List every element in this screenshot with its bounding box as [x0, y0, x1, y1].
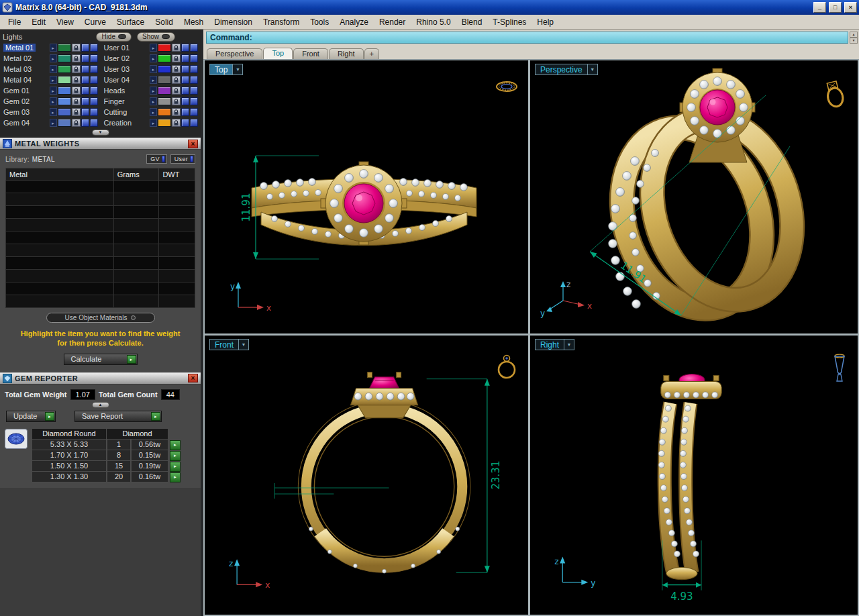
layer-lock-icon[interactable] [172, 76, 181, 84]
layer-metal-03[interactable]: Metal 03► [0, 64, 101, 74]
metal-table-row[interactable] [6, 206, 195, 219]
layer-visibility-toggle[interactable] [181, 76, 189, 84]
layer-color-swatch[interactable] [158, 54, 171, 62]
chevron-down-icon[interactable]: ▼ [564, 339, 574, 350]
layer-render-toggle[interactable] [90, 65, 98, 73]
gem-table-row[interactable]: 1.30 X 1.30200.16tw► [32, 472, 181, 482]
metal-table-row[interactable] [6, 270, 195, 283]
close-button[interactable]: × [844, 2, 857, 13]
layer-gem-03[interactable]: Gem 03► [0, 107, 101, 117]
layer-expand-arrow-icon[interactable]: ► [150, 44, 157, 52]
layer-visibility-toggle[interactable] [81, 119, 89, 127]
maximize-button[interactable]: □ [829, 2, 842, 13]
close-icon[interactable]: × [188, 140, 198, 148]
metal-table-row[interactable] [6, 232, 195, 244]
layer-label[interactable]: Metal 02 [3, 54, 32, 62]
layer-expand-arrow-icon[interactable]: ► [50, 54, 57, 62]
layer-render-toggle[interactable] [90, 54, 98, 62]
tab-top[interactable]: Top [263, 48, 293, 59]
layer-lock-icon[interactable] [172, 108, 181, 116]
layer-color-swatch[interactable] [58, 65, 71, 73]
save-report-button[interactable]: Save Report ► [74, 411, 162, 422]
layer-label[interactable]: Gem 02 [3, 97, 30, 105]
layer-visibility-toggle[interactable] [181, 65, 189, 73]
layer-label[interactable]: Heads [104, 87, 125, 95]
layer-lock-icon[interactable] [172, 119, 181, 127]
layer-lock-icon[interactable] [172, 87, 181, 95]
layer-visibility-toggle[interactable] [181, 108, 189, 116]
layer-visibility-toggle[interactable] [81, 76, 89, 84]
layer-label[interactable]: User 02 [104, 54, 130, 62]
menu-item-curve[interactable]: Curve [79, 16, 111, 28]
menu-item-dimension[interactable]: Dimension [209, 16, 258, 28]
layer-metal-04[interactable]: Metal 04► [0, 74, 101, 85]
layer-render-toggle[interactable] [190, 76, 198, 84]
chevron-down-icon[interactable]: ▼ [588, 64, 598, 75]
menu-item-mesh[interactable]: Mesh [179, 16, 209, 28]
viewport-right-canvas[interactable]: 4.93 z y [530, 336, 858, 615]
layer-lock-icon[interactable] [172, 65, 181, 73]
viewport-front[interactable]: Front ▼ [205, 336, 528, 615]
layer-lock-icon[interactable] [72, 76, 81, 84]
layer-expand-arrow-icon[interactable]: ► [50, 44, 57, 52]
layer-expand-arrow-icon[interactable]: ► [50, 65, 57, 73]
layer-expand-arrow-icon[interactable]: ► [150, 119, 157, 127]
layer-render-toggle[interactable] [190, 119, 198, 127]
metal-table-row[interactable] [6, 257, 195, 270]
layer-color-swatch[interactable] [58, 87, 71, 95]
metal-table-row[interactable] [6, 295, 195, 308]
layer-label[interactable]: Gem 03 [3, 108, 30, 116]
calculate-button[interactable]: Calculate ► [64, 354, 138, 365]
layer-lock-icon[interactable] [172, 44, 181, 52]
layer-metal-02[interactable]: Metal 02► [0, 53, 101, 64]
layer-color-swatch[interactable] [58, 76, 71, 84]
layer-color-swatch[interactable] [158, 87, 171, 95]
menu-item-analyze[interactable]: Analyze [334, 16, 374, 28]
layer-render-toggle[interactable] [190, 65, 198, 73]
layer-expand-arrow-icon[interactable]: ► [50, 119, 57, 127]
command-input[interactable]: Command: [206, 32, 848, 44]
layer-expand-arrow-icon[interactable]: ► [50, 108, 57, 116]
chevron-down-icon[interactable]: ▼ [239, 339, 249, 350]
layer-visibility-toggle[interactable] [181, 87, 189, 95]
layer-visibility-toggle[interactable] [81, 54, 89, 62]
menu-item-render[interactable]: Render [374, 16, 411, 28]
close-icon[interactable]: × [188, 374, 198, 382]
layer-color-swatch[interactable] [58, 54, 71, 62]
menu-item-edit[interactable]: Edit [26, 16, 51, 28]
layer-visibility-toggle[interactable] [81, 108, 89, 116]
layer-render-toggle[interactable] [190, 108, 198, 116]
layer-label[interactable]: Metal 04 [3, 76, 32, 84]
metal-table-row[interactable] [6, 219, 195, 232]
gem-row-go-button[interactable]: ► [170, 472, 181, 482]
menu-item-tools[interactable]: Tools [305, 16, 334, 28]
layer-expand-arrow-icon[interactable]: ► [150, 108, 157, 116]
hide-button[interactable]: Hide [96, 32, 132, 42]
metal-table-row[interactable] [6, 244, 195, 257]
menu-item-surface[interactable]: Surface [111, 16, 150, 28]
layer-render-toggle[interactable] [90, 87, 98, 95]
layer-render-toggle[interactable] [90, 44, 98, 52]
gem-table-row[interactable]: 5.33 X 5.3310.56tw► [32, 440, 181, 450]
collapse-arrow-icon[interactable]: ▼ [92, 130, 109, 136]
layer-expand-arrow-icon[interactable]: ► [150, 97, 157, 105]
layer-label[interactable]: User 01 [104, 44, 130, 52]
layer-render-toggle[interactable] [90, 76, 98, 84]
minimize-button[interactable]: _ [813, 2, 826, 13]
viewport-title-right[interactable]: Right [535, 339, 564, 350]
layer-heads[interactable]: Heads► [101, 85, 201, 96]
viewport-title-front[interactable]: Front [209, 339, 239, 350]
gem-row-go-button[interactable]: ► [170, 462, 181, 472]
layer-label[interactable]: Gem 04 [3, 119, 30, 127]
menu-item-solid[interactable]: Solid [150, 16, 179, 28]
menu-item-file[interactable]: File [3, 16, 26, 28]
tab-perspective[interactable]: Perspective [207, 48, 262, 59]
use-object-materials-button[interactable]: Use Object Materials [46, 313, 155, 323]
layer-lock-icon[interactable] [72, 65, 81, 73]
gem-table-row[interactable]: 1.70 X 1.7080.15tw► [32, 450, 181, 461]
layer-gem-01[interactable]: Gem 01► [0, 85, 101, 96]
layer-visibility-toggle[interactable] [81, 44, 89, 52]
layer-label[interactable]: Metal 01 [3, 44, 36, 52]
layer-gem-04[interactable]: Gem 04► [0, 117, 101, 128]
layer-color-swatch[interactable] [158, 65, 171, 73]
